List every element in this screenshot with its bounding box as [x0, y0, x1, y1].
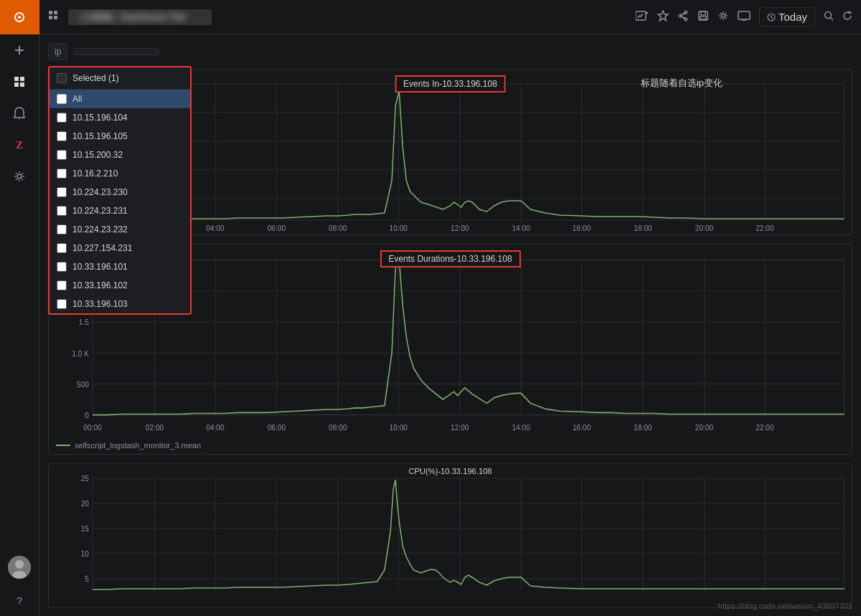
item-label-9: 10.33.196.102: [72, 280, 128, 290]
svg-rect-15: [54, 11, 57, 14]
main-area: （已模糊）Dashboard Title: [39, 0, 861, 616]
item-label-8: 10.33.196.101: [72, 262, 128, 272]
svg-text:500: 500: [77, 380, 89, 388]
svg-text:00:00: 00:00: [83, 424, 102, 432]
dropdown-item-8[interactable]: 10.33.196.101: [50, 257, 190, 276]
dropdown-item-4[interactable]: 10.224.23.230: [50, 183, 190, 202]
all-checkbox[interactable]: [57, 94, 67, 104]
url-watermark: https://blog.csdn.net/weixin_43697701: [718, 602, 852, 610]
item-checkbox-7[interactable]: [57, 243, 67, 253]
sidebar-avatar[interactable]: [8, 556, 31, 579]
svg-text:25: 25: [81, 475, 90, 483]
item-label-3: 10.16.2.210: [72, 169, 118, 179]
svg-point-12: [15, 560, 24, 569]
header-checkbox[interactable]: [57, 73, 67, 83]
dropdown-item-5[interactable]: 10.224.23.231: [50, 202, 190, 220]
topbar-grid-icon[interactable]: [48, 10, 60, 24]
ip-filter-label: ip: [48, 43, 67, 60]
item-checkbox-4[interactable]: [57, 187, 67, 197]
chart2-title: Events Durations-10.33.196.108: [380, 250, 520, 267]
topbar-actions: Today: [636, 7, 852, 27]
item-checkbox-5[interactable]: [57, 206, 67, 216]
item-checkbox-1[interactable]: [57, 131, 67, 141]
display-icon[interactable]: [738, 11, 751, 23]
dropdown-item-all[interactable]: All: [50, 90, 190, 108]
sidebar-item-dashboards[interactable]: [0, 66, 39, 98]
svg-rect-5: [14, 77, 19, 81]
star-icon[interactable]: [657, 10, 669, 24]
item-label-5: 10.224.23.231: [72, 206, 128, 216]
svg-text:18:00: 18:00: [634, 224, 652, 232]
svg-line-34: [831, 18, 834, 21]
svg-rect-14: [49, 11, 52, 14]
svg-rect-29: [738, 11, 750, 19]
svg-text:20: 20: [81, 500, 90, 508]
svg-marker-35: [849, 11, 852, 14]
svg-text:10:00: 10:00: [390, 224, 408, 232]
dropdown-item-3[interactable]: 10.16.2.210: [50, 164, 190, 183]
svg-text:12:00: 12:00: [451, 424, 469, 432]
share-icon[interactable]: [677, 10, 689, 24]
svg-text:1.5: 1.5: [79, 318, 89, 326]
dropdown-item-10[interactable]: 10.33.196.103: [50, 295, 190, 313]
chart1-title: Events In-10.33.196.108: [395, 75, 506, 93]
sidebar-logo[interactable]: [0, 0, 39, 34]
svg-text:02:00: 02:00: [146, 424, 164, 432]
svg-text:12:00: 12:00: [451, 224, 469, 232]
svg-text:22:00: 22:00: [756, 424, 774, 432]
item-label-0: 10.15.196.104: [72, 113, 128, 123]
add-panel-icon[interactable]: [636, 10, 649, 24]
item-label-1: 10.15.196.105: [72, 131, 128, 141]
save-icon[interactable]: [697, 10, 709, 24]
item-checkbox-0[interactable]: [57, 113, 67, 123]
svg-text:CPU(%)-10.33.196.108: CPU(%)-10.33.196.108: [408, 467, 491, 475]
refresh-icon[interactable]: [842, 11, 852, 23]
svg-text:16:00: 16:00: [573, 224, 591, 232]
item-label-7: 10.227.154.231: [72, 243, 132, 253]
sidebar-help[interactable]: ?: [0, 584, 39, 616]
topbar: （已模糊）Dashboard Title: [39, 0, 861, 34]
svg-text:04:00: 04:00: [206, 224, 225, 232]
item-checkbox-8[interactable]: [57, 262, 67, 272]
svg-text:10:00: 10:00: [390, 424, 408, 432]
all-label: All: [72, 94, 82, 104]
item-checkbox-3[interactable]: [57, 169, 67, 179]
dropdown-item-6[interactable]: 10.224.23.232: [50, 220, 190, 239]
svg-text:06:00: 06:00: [268, 424, 286, 432]
dropdown-item-7[interactable]: 10.227.154.231: [50, 239, 190, 257]
ip-filter-input[interactable]: [73, 48, 159, 55]
dropdown-item-1[interactable]: 10.15.196.105: [50, 127, 190, 146]
svg-text:22:00: 22:00: [756, 224, 774, 232]
dropdown-item-2[interactable]: 10.15.200.32: [50, 146, 190, 164]
svg-rect-6: [20, 77, 24, 81]
dropdown-item-9[interactable]: 10.33.196.102: [50, 276, 190, 295]
sidebar-item-add[interactable]: [0, 34, 39, 66]
topbar-title: （已模糊）Dashboard Title: [68, 9, 212, 25]
svg-point-10: [17, 174, 22, 179]
item-label-10: 10.33.196.103: [72, 299, 128, 309]
sidebar-item-zabbix[interactable]: Z: [0, 129, 39, 161]
svg-text:10: 10: [81, 550, 90, 558]
svg-text:04:00: 04:00: [206, 424, 225, 432]
filter-bar: ip Selected (1) All 10.15.196.104: [48, 43, 852, 60]
svg-text:08:00: 08:00: [329, 424, 347, 432]
sidebar-item-alerts[interactable]: [0, 98, 39, 129]
svg-text:14:00: 14:00: [512, 224, 530, 232]
today-button[interactable]: Today: [759, 7, 815, 27]
settings-icon[interactable]: [718, 10, 729, 24]
item-checkbox-6[interactable]: [57, 224, 67, 234]
content-area: ip Selected (1) All 10.15.196.104: [39, 34, 861, 616]
sidebar: Z ?: [0, 0, 39, 616]
item-label-4: 10.224.23.230: [72, 187, 128, 197]
item-checkbox-10[interactable]: [57, 299, 67, 309]
chart3-container: 25 20 15 10 5: [48, 463, 852, 608]
svg-text:20:00: 20:00: [695, 224, 714, 232]
dropdown-item-0[interactable]: 10.15.196.104: [50, 108, 190, 127]
search-icon[interactable]: [824, 11, 834, 23]
svg-point-2: [18, 16, 21, 19]
item-checkbox-2[interactable]: [57, 150, 67, 160]
item-checkbox-9[interactable]: [57, 280, 67, 290]
chart2-legend-label: selfscript_logstash_monitor_3.mean: [75, 441, 201, 450]
sidebar-item-settings[interactable]: [0, 161, 39, 192]
dropdown-header: Selected (1): [50, 67, 190, 90]
